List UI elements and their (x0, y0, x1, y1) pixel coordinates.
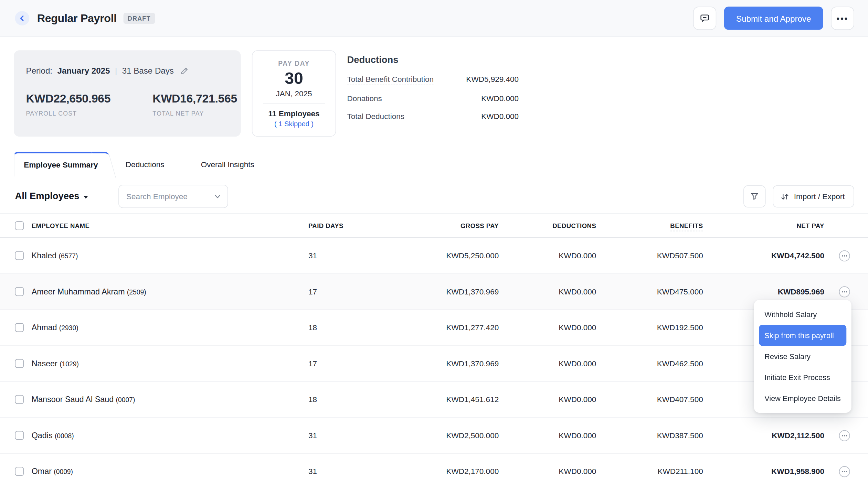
deductions-cell: KWD0.000 (499, 395, 596, 404)
employee-name: Ahmad (32, 323, 57, 332)
benefits-cell: KWD387.500 (596, 431, 703, 440)
tab-label: Overall Insights (201, 160, 254, 169)
net-pay-cell: KWD2,112.500 (703, 431, 824, 440)
paid-days-cell: 18 (308, 395, 358, 404)
total-net-pay-value: KWD16,721.565 (152, 92, 237, 105)
pay-day-label: PAY DAY (278, 60, 310, 68)
tab-deductions[interactable]: Deductions (111, 152, 179, 176)
deduction-value: KWD5,929.400 (466, 75, 519, 84)
tab-label: Employee Summary (24, 160, 98, 169)
row-checkbox[interactable] (15, 467, 24, 476)
column-header-net-pay: NET PAY (703, 222, 824, 229)
employee-search-combobox[interactable] (119, 185, 228, 208)
import-export-button[interactable]: Import / Export (773, 185, 854, 207)
import-export-icon (780, 192, 790, 201)
table-row[interactable]: Ahmad (2930) 18 KWD1,277.420 KWD0.000 KW… (0, 310, 868, 346)
select-all-checkbox[interactable] (15, 221, 24, 230)
chevron-left-icon (18, 14, 26, 22)
table-row[interactable]: Ameer Muhammad Akram (2509) 17 KWD1,370.… (0, 274, 868, 310)
menu-item-skip-from-this-payroll[interactable]: Skip from this payroll (759, 325, 846, 346)
net-pay-cell: KWD1,958.900 (703, 467, 824, 476)
gross-pay-cell: KWD2,170.000 (358, 467, 499, 476)
row-checkbox[interactable] (15, 359, 24, 368)
deductions-summary: Deductions Total Benefit Contribution KW… (347, 50, 519, 137)
deductions-cell: KWD0.000 (499, 467, 596, 476)
row-checkbox[interactable] (15, 395, 24, 404)
table-row[interactable]: Qadis (0008) 31 KWD2,500.000 KWD0.000 KW… (0, 418, 868, 454)
skipped-link[interactable]: ( 1 Skipped ) (274, 120, 314, 128)
filter-button[interactable] (743, 185, 765, 207)
deductions-title: Deductions (347, 55, 519, 66)
table-row[interactable]: Mansoor Saud Al Saud (0007) 18 KWD1,451.… (0, 382, 868, 418)
benefits-cell: KWD462.500 (596, 359, 703, 368)
deductions-cell: KWD0.000 (499, 323, 596, 332)
paid-days-cell: 31 (308, 467, 358, 476)
row-actions-button[interactable] (839, 465, 850, 477)
deductions-cell: KWD0.000 (499, 359, 596, 368)
gross-pay-cell: KWD5,250.000 (358, 251, 499, 260)
row-checkbox[interactable] (15, 431, 24, 440)
tab-employee-summary[interactable]: Employee Summary (14, 152, 103, 176)
chevron-down-icon (213, 192, 222, 201)
payroll-page: Regular Payroll DRAFT Submit and Approve… (0, 0, 868, 485)
deduction-row: Total Benefit Contribution KWD5,929.400 (347, 75, 519, 85)
tab-overall-insights[interactable]: Overall Insights (187, 152, 269, 176)
menu-item-withhold-salary[interactable]: Withhold Salary (754, 304, 851, 325)
period-value: January 2025 (57, 66, 110, 75)
deductions-cell: KWD0.000 (499, 251, 596, 260)
tab-bar: Employee Summary Deductions Overall Insi… (14, 152, 868, 176)
column-header-deductions: DEDUCTIONS (499, 222, 596, 229)
period-label: Period: (26, 66, 52, 75)
page-header: Regular Payroll DRAFT Submit and Approve… (0, 0, 868, 37)
dropdown-caret-icon (84, 196, 88, 198)
table-header-row: EMPLOYEE NAME PAID DAYS GROSS PAY DEDUCT… (0, 214, 868, 238)
row-checkbox[interactable] (15, 287, 24, 296)
deduction-value: KWD0.000 (481, 112, 519, 121)
row-checkbox[interactable] (15, 251, 24, 260)
tab-label: Deductions (126, 160, 165, 169)
menu-item-revise-salary[interactable]: Revise Salary (754, 346, 851, 367)
employee-table: EMPLOYEE NAME PAID DAYS GROSS PAY DEDUCT… (0, 213, 868, 485)
employee-filter-dropdown[interactable]: All Employees (15, 191, 88, 202)
deduction-value: KWD0.000 (481, 94, 519, 103)
employee-code: (6577) (59, 252, 78, 260)
edit-icon[interactable] (180, 66, 189, 75)
more-actions-button[interactable]: ••• (831, 7, 854, 30)
table-row[interactable]: Omar (0009) 31 KWD2,170.000 KWD0.000 KWD… (0, 454, 868, 485)
search-input[interactable] (126, 192, 213, 201)
base-days: 31 Base Days (122, 66, 174, 75)
table-body: Khaled (6577) 31 KWD5,250.000 KWD0.000 K… (0, 238, 868, 485)
paid-days-cell: 17 (308, 287, 358, 296)
pay-day-card: PAY DAY 30 JAN, 2025 11 Employees ( 1 Sk… (252, 50, 336, 137)
row-actions-button[interactable] (839, 430, 850, 441)
summary-section: Period: January 2025 | 31 Base Days KWD2… (14, 50, 854, 137)
employee-code: (0007) (116, 396, 135, 404)
menu-item-initiate-exit-process[interactable]: Initiate Exit Process (754, 367, 851, 388)
table-row[interactable]: Khaled (6577) 31 KWD5,250.000 KWD0.000 K… (0, 238, 868, 274)
employee-filter-label: All Employees (15, 191, 79, 202)
column-header-gross-pay: GROSS PAY (358, 222, 499, 229)
comment-icon (699, 13, 710, 24)
divider: | (115, 66, 117, 75)
menu-item-view-employee-details[interactable]: View Employee Details (754, 388, 851, 409)
row-actions-button[interactable] (839, 250, 850, 261)
submit-and-approve-button[interactable]: Submit and Approve (724, 7, 823, 30)
deduction-label: Total Benefit Contribution (347, 75, 434, 85)
employee-code: (2509) (127, 288, 146, 296)
filter-icon (750, 192, 760, 202)
deductions-cell: KWD0.000 (499, 287, 596, 296)
period-card: Period: January 2025 | 31 Base Days KWD2… (14, 50, 241, 137)
back-button[interactable] (15, 11, 29, 25)
column-header-employee-name: EMPLOYEE NAME (32, 222, 308, 229)
comments-button[interactable] (693, 7, 717, 30)
pay-day-number: 30 (285, 69, 303, 88)
row-checkbox[interactable] (15, 323, 24, 332)
payroll-cost-stat: KWD22,650.965 PAYROLL COST (26, 92, 111, 117)
table-row[interactable]: Naseer (1029) 17 KWD1,370.969 KWD0.000 K… (0, 346, 868, 382)
row-actions-button[interactable] (839, 286, 850, 298)
page-title: Regular Payroll (37, 12, 117, 25)
benefits-cell: KWD507.500 (596, 251, 703, 260)
employee-code: (0009) (54, 468, 73, 476)
pay-day-month-year: JAN, 2025 (276, 89, 312, 98)
gross-pay-cell: KWD2,500.000 (358, 431, 499, 440)
